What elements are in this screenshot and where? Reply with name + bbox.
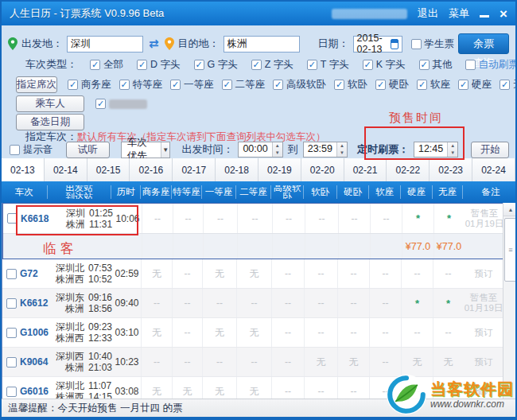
depart-time: 09:16	[88, 292, 113, 303]
passenger-button[interactable]: 乘车人	[16, 95, 84, 112]
seat-option-6[interactable]: ✓硬卧	[375, 78, 409, 91]
swap-icon[interactable]: ⇄	[147, 37, 161, 51]
checkbox-icon: ✓	[251, 60, 262, 70]
seat-value-2: 无	[202, 318, 236, 347]
times: 09:1618:56	[84, 292, 113, 314]
seat-class-row: 指定席次 ✓商务座✓特等座✓一等座✓二等座✓高级软卧✓软卧✓硬卧✓软座✓硬座✓无…	[16, 76, 509, 93]
seat-value-0: --	[141, 348, 172, 376]
stations: 深圳北株洲西	[48, 262, 84, 285]
tab-02-16[interactable]: 02-16	[130, 158, 173, 181]
checkbox-icon	[411, 39, 422, 49]
spin-up-icon[interactable]: ▲	[448, 142, 457, 150]
minimize-icon[interactable]	[480, 15, 489, 18]
selected-train-block: K6618深圳株洲01:2511:3110:06----------------…	[2, 203, 504, 259]
depart-time-label: 出发时间：	[181, 142, 233, 157]
seat-option-8[interactable]: ✓硬座	[458, 78, 492, 91]
tab-02-19[interactable]: 02-19	[258, 158, 301, 181]
titlebar: 人生日历 - 订票系统 V0.9.96 Beta 退出 菜单 ×	[2, 2, 515, 25]
tab-02-17[interactable]: 02-17	[173, 158, 216, 181]
header-col-12: 无座	[432, 185, 462, 199]
spin-up-icon[interactable]: ▲	[337, 142, 347, 150]
seat-option-9[interactable]: ✓无座	[500, 78, 517, 91]
seat-option-6-label: 硬卧	[389, 78, 409, 91]
row-note[interactable]: 预订	[463, 328, 504, 338]
seat-option-4[interactable]: ✓高级软卧	[273, 78, 326, 91]
timer-spinner[interactable]: 12:45 ▲▼	[414, 142, 458, 158]
spin-up-icon[interactable]: ▲	[273, 142, 282, 150]
student-ticket-checkbox[interactable]: 学生票	[411, 37, 455, 51]
train-type-option-2[interactable]: ✓G 字头	[194, 58, 238, 72]
seat-option-1[interactable]: ✓特等座	[119, 78, 163, 91]
auto-refresh-checkbox[interactable]: 自动刷票	[465, 58, 517, 72]
train-type-option-4[interactable]: ✓T 字头	[307, 58, 349, 72]
train-type-option-5[interactable]: ✓K 字头	[363, 58, 406, 72]
train-type-option-0[interactable]: ✓全部	[90, 58, 123, 72]
row-note[interactable]: 预订	[463, 269, 504, 279]
to-input[interactable]	[224, 36, 300, 52]
tab-02-23[interactable]: 02-23	[430, 158, 472, 181]
row-checkbox[interactable]	[6, 298, 17, 309]
seat-option-5[interactable]: ✓软卧	[334, 78, 367, 91]
from-input[interactable]	[67, 36, 143, 52]
from-station: 深圳东	[48, 292, 84, 303]
row-note[interactable]: 预订	[463, 357, 504, 368]
tab-02-20[interactable]: 02-20	[301, 158, 344, 181]
app-window: 人生日历 - 订票系统 V0.9.96 Beta 退出 菜单 × 出发地： ⇄ …	[0, 0, 517, 420]
stations: 深圳东株洲	[48, 292, 84, 314]
spin-down-icon[interactable]: ▼	[448, 150, 457, 157]
duration: 10:23	[113, 356, 141, 368]
listen-button[interactable]: 试听	[66, 142, 110, 158]
seat-option-0[interactable]: ✓商务座	[68, 78, 111, 91]
scrollbar-thumb[interactable]: ≡	[504, 218, 517, 282]
menu-link[interactable]: 菜单	[449, 6, 469, 21]
assign-seat-button[interactable]: 指定席次	[16, 76, 57, 93]
seat-option-3[interactable]: ✓二等座	[222, 78, 266, 91]
logout-link[interactable]: 退出	[418, 6, 438, 21]
arrive-time: 10:52	[88, 274, 113, 285]
seat-option-4-label: 高级软卧	[286, 78, 326, 91]
seat-option-2[interactable]: ✓一等座	[170, 78, 214, 91]
spin-down-icon[interactable]: ▼	[337, 150, 347, 157]
date-input[interactable]: 2015-02-13	[353, 36, 402, 52]
seat-value-1: --	[172, 259, 202, 288]
train-code: G6016	[20, 386, 48, 397]
time-from-spinner[interactable]: 00:00 ▲▼	[238, 142, 282, 158]
passenger-checkbox[interactable]: ✓	[95, 99, 147, 109]
train-type-option-3[interactable]: ✓Z 字头	[251, 58, 293, 72]
priority-dropdown[interactable]: 车次优先 ▼	[121, 142, 171, 158]
checkbox-icon: ✓	[90, 60, 100, 70]
close-icon[interactable]: ×	[500, 7, 507, 21]
time-to-spinner[interactable]: 23:59 ▲▼	[303, 142, 348, 158]
row-checkbox[interactable]	[6, 269, 17, 279]
seat-value-9: --	[433, 318, 463, 347]
date-tabs: 02-1302-1402-1502-1602-1702-1802-1902-20…	[2, 158, 515, 181]
search-tickets-button[interactable]: 余票查询	[458, 33, 509, 54]
tab-02-24[interactable]: 02-24	[472, 158, 515, 181]
tab-02-15[interactable]: 02-15	[87, 158, 130, 181]
tab-02-13[interactable]: 02-13	[2, 158, 45, 181]
to-station: 株洲	[48, 362, 84, 373]
scroll-up-icon[interactable]: ▲	[503, 203, 517, 216]
to-word-label: 到	[288, 142, 298, 157]
from-station: 深圳北	[48, 321, 84, 332]
start-button[interactable]: 开始	[471, 142, 509, 158]
calendar-icon[interactable]	[391, 39, 398, 49]
train-type-option-1[interactable]: ✓D 字头	[137, 58, 181, 72]
row-checkbox[interactable]	[7, 213, 17, 224]
tab-02-21[interactable]: 02-21	[344, 158, 387, 181]
tab-02-22[interactable]: 02-22	[387, 158, 430, 181]
alt-date-button[interactable]: 备选日期	[16, 114, 84, 130]
header-col-13: 备注	[462, 185, 517, 199]
row-checkbox[interactable]	[6, 328, 17, 338]
chevron-down-icon[interactable]: ▼	[161, 142, 170, 158]
seat-option-9-label: 无座	[513, 78, 517, 91]
tab-02-18[interactable]: 02-18	[216, 158, 258, 181]
date-label: 日期：	[318, 37, 349, 51]
sound-checkbox[interactable]: 提示音	[10, 143, 53, 157]
row-checkbox[interactable]	[6, 357, 17, 368]
tab-02-14[interactable]: 02-14	[45, 158, 87, 181]
train-type-option-6[interactable]: ✓其他	[419, 58, 453, 72]
spin-down-icon[interactable]: ▼	[273, 150, 282, 157]
row-checkbox[interactable]	[6, 387, 17, 397]
seat-option-7[interactable]: ✓软座	[417, 78, 450, 91]
